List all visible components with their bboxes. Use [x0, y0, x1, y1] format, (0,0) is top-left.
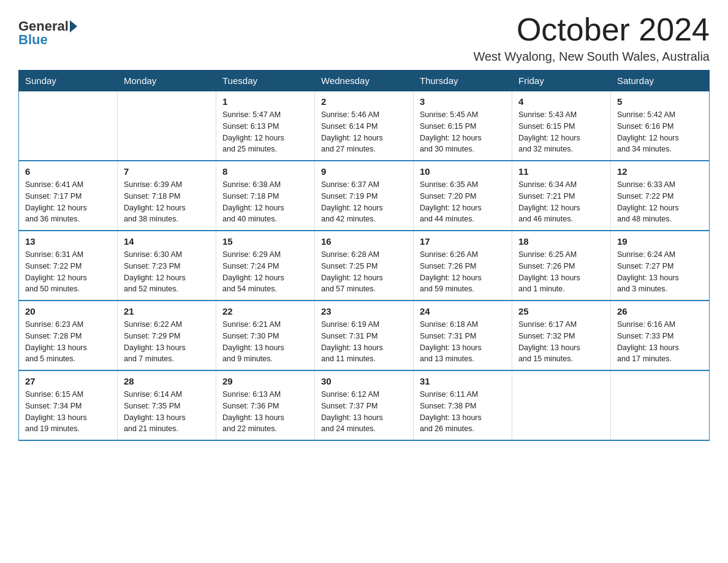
day-number: 16	[321, 236, 407, 247]
day-info: Sunrise: 6:39 AM Sunset: 7:18 PM Dayligh…	[124, 179, 210, 225]
day-number: 13	[25, 236, 111, 247]
day-info: Sunrise: 5:47 AM Sunset: 6:13 PM Dayligh…	[222, 109, 308, 155]
column-header-wednesday: Wednesday	[315, 71, 414, 91]
calendar-week-2: 6Sunrise: 6:41 AM Sunset: 7:17 PM Daylig…	[19, 161, 710, 231]
day-info: Sunrise: 6:35 AM Sunset: 7:20 PM Dayligh…	[420, 179, 506, 225]
day-number: 3	[420, 96, 506, 107]
calendar-cell: 24Sunrise: 6:18 AM Sunset: 7:31 PM Dayli…	[414, 301, 512, 370]
page-header: General Blue October 2024 West Wyalong, …	[18, 12, 710, 64]
day-info: Sunrise: 6:23 AM Sunset: 7:28 PM Dayligh…	[25, 319, 111, 365]
calendar-cell	[512, 370, 611, 440]
day-number: 5	[617, 96, 703, 107]
calendar-cell: 5Sunrise: 5:42 AM Sunset: 6:16 PM Daylig…	[611, 91, 710, 161]
calendar-week-3: 13Sunrise: 6:31 AM Sunset: 7:22 PM Dayli…	[19, 231, 710, 301]
calendar-cell	[19, 91, 118, 161]
calendar-cell	[611, 370, 710, 440]
calendar-cell: 12Sunrise: 6:33 AM Sunset: 7:22 PM Dayli…	[611, 161, 710, 231]
day-number: 31	[420, 376, 506, 386]
day-info: Sunrise: 6:21 AM Sunset: 7:30 PM Dayligh…	[222, 319, 308, 365]
calendar-cell: 20Sunrise: 6:23 AM Sunset: 7:28 PM Dayli…	[19, 301, 118, 370]
day-info: Sunrise: 6:16 AM Sunset: 7:33 PM Dayligh…	[617, 319, 703, 365]
day-info: Sunrise: 6:30 AM Sunset: 7:23 PM Dayligh…	[124, 249, 210, 295]
day-info: Sunrise: 5:42 AM Sunset: 6:16 PM Dayligh…	[617, 109, 703, 155]
day-info: Sunrise: 6:13 AM Sunset: 7:36 PM Dayligh…	[222, 389, 308, 435]
day-info: Sunrise: 5:45 AM Sunset: 6:15 PM Dayligh…	[420, 109, 506, 155]
title-block: October 2024 West Wyalong, New South Wal…	[473, 12, 710, 64]
month-title: October 2024	[473, 12, 710, 47]
calendar-cell: 3Sunrise: 5:45 AM Sunset: 6:15 PM Daylig…	[414, 91, 512, 161]
day-number: 8	[222, 166, 308, 177]
calendar-cell: 11Sunrise: 6:34 AM Sunset: 7:21 PM Dayli…	[512, 161, 611, 231]
day-number: 21	[124, 306, 210, 316]
calendar-cell: 8Sunrise: 6:38 AM Sunset: 7:18 PM Daylig…	[216, 161, 315, 231]
day-info: Sunrise: 6:17 AM Sunset: 7:32 PM Dayligh…	[518, 319, 604, 365]
column-header-monday: Monday	[118, 71, 216, 91]
day-info: Sunrise: 5:46 AM Sunset: 6:14 PM Dayligh…	[321, 109, 407, 155]
day-info: Sunrise: 6:41 AM Sunset: 7:17 PM Dayligh…	[25, 179, 111, 225]
logo-arrow-icon	[70, 20, 77, 33]
calendar-cell: 18Sunrise: 6:25 AM Sunset: 7:26 PM Dayli…	[512, 231, 611, 301]
day-info: Sunrise: 6:12 AM Sunset: 7:37 PM Dayligh…	[321, 389, 407, 435]
calendar-cell: 21Sunrise: 6:22 AM Sunset: 7:29 PM Dayli…	[118, 301, 216, 370]
day-info: Sunrise: 6:14 AM Sunset: 7:35 PM Dayligh…	[124, 389, 210, 435]
calendar-cell: 9Sunrise: 6:37 AM Sunset: 7:19 PM Daylig…	[315, 161, 414, 231]
calendar-cell: 10Sunrise: 6:35 AM Sunset: 7:20 PM Dayli…	[414, 161, 512, 231]
calendar-cell: 6Sunrise: 6:41 AM Sunset: 7:17 PM Daylig…	[19, 161, 118, 231]
day-number: 19	[617, 236, 703, 247]
calendar-cell: 1Sunrise: 5:47 AM Sunset: 6:13 PM Daylig…	[216, 91, 315, 161]
calendar-cell: 22Sunrise: 6:21 AM Sunset: 7:30 PM Dayli…	[216, 301, 315, 370]
day-info: Sunrise: 6:37 AM Sunset: 7:19 PM Dayligh…	[321, 179, 407, 225]
logo-blue-text: Blue	[18, 32, 77, 48]
column-header-tuesday: Tuesday	[216, 71, 315, 91]
day-number: 6	[25, 166, 111, 177]
day-number: 7	[124, 166, 210, 177]
day-number: 25	[518, 306, 604, 316]
day-info: Sunrise: 6:29 AM Sunset: 7:24 PM Dayligh…	[222, 249, 308, 295]
day-info: Sunrise: 6:26 AM Sunset: 7:26 PM Dayligh…	[420, 249, 506, 295]
calendar-cell: 13Sunrise: 6:31 AM Sunset: 7:22 PM Dayli…	[19, 231, 118, 301]
calendar-cell: 4Sunrise: 5:43 AM Sunset: 6:15 PM Daylig…	[512, 91, 611, 161]
calendar-cell: 2Sunrise: 5:46 AM Sunset: 6:14 PM Daylig…	[315, 91, 414, 161]
calendar-cell: 14Sunrise: 6:30 AM Sunset: 7:23 PM Dayli…	[118, 231, 216, 301]
location-title: West Wyalong, New South Wales, Australia	[473, 50, 710, 64]
calendar-cell: 7Sunrise: 6:39 AM Sunset: 7:18 PM Daylig…	[118, 161, 216, 231]
day-info: Sunrise: 6:19 AM Sunset: 7:31 PM Dayligh…	[321, 319, 407, 365]
column-header-thursday: Thursday	[414, 71, 512, 91]
day-number: 29	[222, 376, 308, 386]
column-header-sunday: Sunday	[19, 71, 118, 91]
calendar-cell: 31Sunrise: 6:11 AM Sunset: 7:38 PM Dayli…	[414, 370, 512, 440]
day-number: 24	[420, 306, 506, 316]
day-number: 22	[222, 306, 308, 316]
day-info: Sunrise: 5:43 AM Sunset: 6:15 PM Dayligh…	[518, 109, 604, 155]
calendar-cell: 15Sunrise: 6:29 AM Sunset: 7:24 PM Dayli…	[216, 231, 315, 301]
day-number: 9	[321, 166, 407, 177]
day-info: Sunrise: 6:11 AM Sunset: 7:38 PM Dayligh…	[420, 389, 506, 435]
day-info: Sunrise: 6:22 AM Sunset: 7:29 PM Dayligh…	[124, 319, 210, 365]
day-number: 12	[617, 166, 703, 177]
calendar-table: SundayMondayTuesdayWednesdayThursdayFrid…	[18, 70, 710, 441]
day-number: 11	[518, 166, 604, 177]
calendar-week-4: 20Sunrise: 6:23 AM Sunset: 7:28 PM Dayli…	[19, 301, 710, 370]
calendar-cell: 17Sunrise: 6:26 AM Sunset: 7:26 PM Dayli…	[414, 231, 512, 301]
day-number: 1	[222, 96, 308, 107]
calendar-cell: 25Sunrise: 6:17 AM Sunset: 7:32 PM Dayli…	[512, 301, 611, 370]
day-number: 10	[420, 166, 506, 177]
calendar-cell: 28Sunrise: 6:14 AM Sunset: 7:35 PM Dayli…	[118, 370, 216, 440]
calendar-week-5: 27Sunrise: 6:15 AM Sunset: 7:34 PM Dayli…	[19, 370, 710, 440]
day-number: 28	[124, 376, 210, 386]
day-number: 17	[420, 236, 506, 247]
day-info: Sunrise: 6:25 AM Sunset: 7:26 PM Dayligh…	[518, 249, 604, 295]
day-number: 4	[518, 96, 604, 107]
calendar-header-row: SundayMondayTuesdayWednesdayThursdayFrid…	[19, 71, 710, 91]
calendar-cell: 26Sunrise: 6:16 AM Sunset: 7:33 PM Dayli…	[611, 301, 710, 370]
calendar-week-1: 1Sunrise: 5:47 AM Sunset: 6:13 PM Daylig…	[19, 91, 710, 161]
day-info: Sunrise: 6:38 AM Sunset: 7:18 PM Dayligh…	[222, 179, 308, 225]
day-info: Sunrise: 6:15 AM Sunset: 7:34 PM Dayligh…	[25, 389, 111, 435]
column-header-saturday: Saturday	[611, 71, 710, 91]
day-number: 30	[321, 376, 407, 386]
day-number: 14	[124, 236, 210, 247]
calendar-cell: 29Sunrise: 6:13 AM Sunset: 7:36 PM Dayli…	[216, 370, 315, 440]
calendar-cell: 19Sunrise: 6:24 AM Sunset: 7:27 PM Dayli…	[611, 231, 710, 301]
day-number: 23	[321, 306, 407, 316]
calendar-cell: 16Sunrise: 6:28 AM Sunset: 7:25 PM Dayli…	[315, 231, 414, 301]
